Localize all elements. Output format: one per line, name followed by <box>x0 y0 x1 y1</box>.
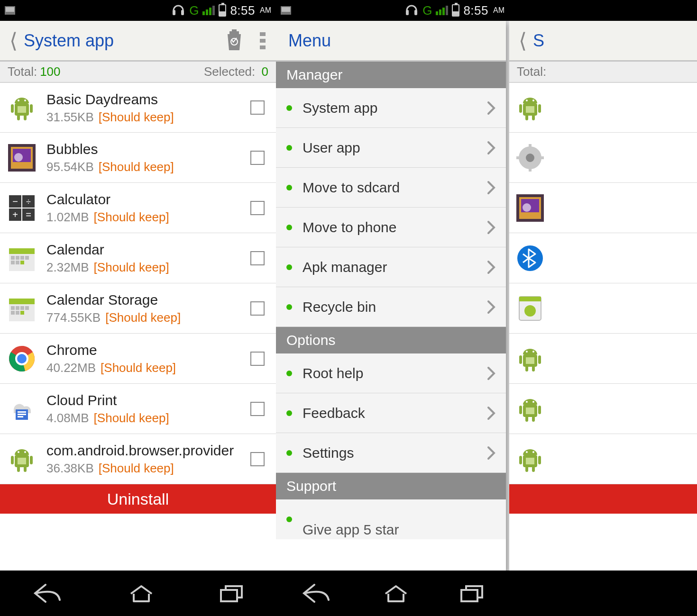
svg-rect-105 <box>532 416 535 422</box>
uninstall-button[interactable]: Uninstall <box>0 484 276 514</box>
app-row[interactable]: com.android.browser.provider36.38KB[Shou… <box>0 434 276 484</box>
nav-home-icon[interactable] <box>382 583 410 603</box>
app-row[interactable]: Bubbles95.54KB[Should keep] <box>0 133 276 183</box>
app-row-partial[interactable] <box>509 283 697 334</box>
clock-ampm: AM <box>260 6 271 15</box>
menu-item-label: System app <box>303 100 487 116</box>
menu-item[interactable]: Root help <box>276 353 506 393</box>
app-row-partial[interactable] <box>509 334 697 384</box>
app-keep-label: [Should keep] <box>94 411 169 425</box>
trash-icon[interactable] <box>225 29 244 52</box>
headset-icon <box>404 4 419 17</box>
nav-bar <box>0 571 276 616</box>
app-row[interactable]: Basic Daydreams31.55KB[Should keep] <box>0 82 276 133</box>
svg-point-88 <box>523 203 531 212</box>
app-info: Calculator1.02MB[Should keep] <box>46 191 250 225</box>
svg-rect-52 <box>18 411 26 413</box>
svg-rect-37 <box>16 261 19 264</box>
app-checkbox[interactable] <box>250 201 265 215</box>
app-info: Basic Daydreams31.55KB[Should keep] <box>46 91 250 125</box>
chevron-right-icon <box>487 406 495 420</box>
bullet-icon <box>286 304 292 310</box>
menu-item[interactable]: Feedback <box>276 393 506 433</box>
app-row[interactable]: Calendar2.32MB[Should keep] <box>0 233 276 283</box>
app-row-partial[interactable] <box>509 434 697 484</box>
nav-recent-icon[interactable] <box>459 583 485 603</box>
svg-rect-112 <box>525 466 528 472</box>
app-row-partial[interactable] <box>509 233 697 283</box>
app-checkbox[interactable] <box>250 301 265 316</box>
status-bar: G 8:55AM <box>0 0 276 21</box>
app-row[interactable]: Calendar Storage774.55KB[Should keep] <box>0 283 276 334</box>
menu-item[interactable]: Move to phone <box>276 208 506 247</box>
app-size: 36.38KB <box>46 461 94 475</box>
menu-item-label: Move to phone <box>303 219 487 236</box>
app-icon <box>6 91 38 124</box>
svg-rect-70 <box>461 590 477 601</box>
app-checkbox[interactable] <box>250 352 265 366</box>
app-row[interactable]: −÷+=Calculator1.02MB[Should keep] <box>0 183 276 233</box>
signal-icon <box>202 6 215 15</box>
app-row-partial[interactable] <box>509 183 697 233</box>
svg-rect-108 <box>526 408 534 414</box>
selected-label: Selected: <box>204 64 255 79</box>
bullet-icon <box>286 225 292 230</box>
app-row[interactable]: Cloud Print4.08MB[Should keep] <box>0 384 276 434</box>
svg-text:=: = <box>26 209 31 220</box>
uninstall-button-fragment[interactable] <box>509 484 697 514</box>
back-button[interactable]: ⟨ <box>512 28 533 53</box>
info-bar: Total: 100 Selected: 0 <box>0 62 276 82</box>
clock-time: 8:55 <box>230 3 255 18</box>
menu-item-cut[interactable]: Give app 5 star <box>276 499 506 539</box>
app-icon <box>514 242 546 274</box>
app-checkbox[interactable] <box>250 251 265 265</box>
svg-rect-81 <box>529 144 532 149</box>
nav-bar <box>276 571 509 616</box>
app-keep-label: [Should keep] <box>101 361 176 375</box>
svg-rect-45 <box>11 311 15 315</box>
app-list-partial[interactable] <box>509 82 697 484</box>
menu-item[interactable]: Settings <box>276 433 506 473</box>
nav-recent-icon[interactable] <box>218 583 245 603</box>
svg-point-76 <box>526 100 528 101</box>
app-icon <box>6 142 38 174</box>
nav-back-icon[interactable] <box>31 583 64 603</box>
app-row-partial[interactable] <box>509 82 697 133</box>
svg-rect-84 <box>539 156 544 159</box>
chevron-right-icon <box>487 260 495 274</box>
svg-point-99 <box>532 351 534 353</box>
app-list[interactable]: Basic Daydreams31.55KB[Should keep]Bubbl… <box>0 82 276 484</box>
app-checkbox[interactable] <box>250 100 265 115</box>
app-checkbox[interactable] <box>250 151 265 165</box>
menu-item[interactable]: System app <box>276 88 506 128</box>
app-row[interactable]: Chrome40.22MB[Should keep] <box>0 334 276 384</box>
svg-rect-96 <box>525 366 528 371</box>
app-checkbox[interactable] <box>250 452 265 466</box>
svg-point-80 <box>526 154 534 162</box>
app-size: 40.22MB <box>46 361 96 375</box>
svg-rect-113 <box>532 466 535 472</box>
app-keep-label: [Should keep] <box>94 210 169 224</box>
overflow-icon[interactable] <box>260 31 266 50</box>
back-button[interactable]: ⟨ <box>3 28 24 53</box>
svg-rect-95 <box>538 355 541 364</box>
menu-item[interactable]: Recycle bin <box>276 287 506 327</box>
app-keep-label: [Should keep] <box>99 110 174 124</box>
svg-rect-100 <box>526 357 534 364</box>
app-row-partial[interactable] <box>509 384 697 434</box>
menu-item[interactable]: Apk manager <box>276 247 506 287</box>
signal-icon <box>436 6 448 15</box>
svg-point-107 <box>532 401 534 403</box>
svg-point-61 <box>24 451 26 453</box>
menu-item[interactable]: Move to sdcard <box>276 168 506 208</box>
app-checkbox[interactable] <box>250 402 265 416</box>
app-row-partial[interactable] <box>509 133 697 183</box>
menu-item[interactable]: User app <box>276 128 506 168</box>
svg-rect-111 <box>538 456 541 464</box>
app-info: Cloud Print4.08MB[Should keep] <box>46 392 250 426</box>
chevron-right-icon <box>487 446 495 460</box>
svg-point-114 <box>526 451 528 453</box>
svg-point-60 <box>18 451 19 453</box>
nav-home-icon[interactable] <box>127 583 156 603</box>
nav-back-icon[interactable] <box>300 583 333 603</box>
